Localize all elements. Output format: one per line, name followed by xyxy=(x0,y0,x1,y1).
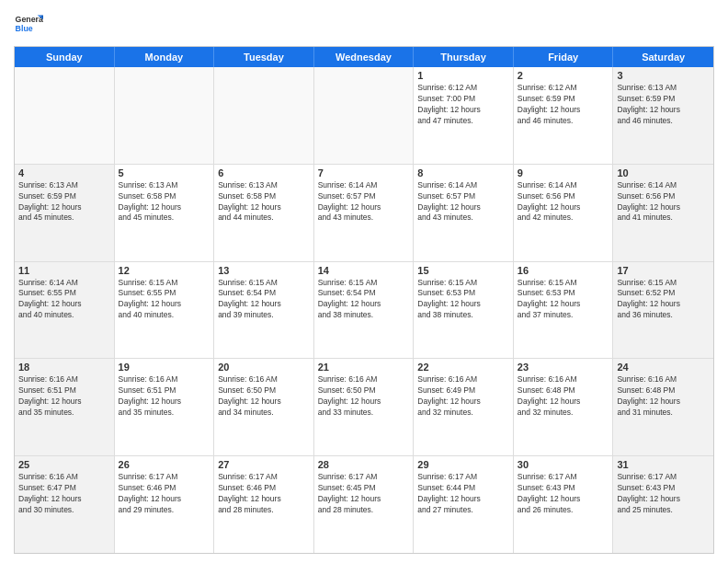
cell-content: Sunrise: 6:13 AMSunset: 6:58 PMDaylight:… xyxy=(218,180,310,224)
day-number: 29 xyxy=(417,459,509,470)
cell-content: Sunrise: 6:17 AMSunset: 6:43 PMDaylight:… xyxy=(617,472,710,516)
cell-content: Sunrise: 6:15 AMSunset: 6:52 PMDaylight:… xyxy=(617,278,710,322)
svg-text:Blue: Blue xyxy=(16,24,33,33)
cell-content: Sunrise: 6:16 AMSunset: 6:47 PMDaylight:… xyxy=(18,472,110,516)
day-cell-14: 14Sunrise: 6:15 AMSunset: 6:54 PMDayligh… xyxy=(314,262,415,359)
day-number: 15 xyxy=(417,265,509,276)
day-cell-2: 2Sunrise: 6:12 AMSunset: 6:59 PMDaylight… xyxy=(514,67,614,164)
calendar: SundayMondayTuesdayWednesdayThursdayFrid… xyxy=(14,46,714,554)
cell-content: Sunrise: 6:16 AMSunset: 6:51 PMDaylight:… xyxy=(18,374,110,419)
day-number: 9 xyxy=(518,167,609,178)
empty-cell xyxy=(314,67,415,164)
day-number: 27 xyxy=(218,459,310,470)
cell-content: Sunrise: 6:15 AMSunset: 6:53 PMDaylight:… xyxy=(417,278,509,322)
day-number: 23 xyxy=(518,362,609,373)
cell-content: Sunrise: 6:17 AMSunset: 6:46 PMDaylight:… xyxy=(119,472,210,516)
cell-content: Sunrise: 6:16 AMSunset: 6:49 PMDaylight:… xyxy=(417,374,509,419)
day-cell-6: 6Sunrise: 6:13 AMSunset: 6:58 PMDaylight… xyxy=(214,165,314,261)
cell-content: Sunrise: 6:16 AMSunset: 6:50 PMDaylight:… xyxy=(318,374,410,419)
day-number: 10 xyxy=(617,167,710,178)
day-cell-3: 3Sunrise: 6:13 AMSunset: 6:59 PMDaylight… xyxy=(613,67,713,164)
day-cell-4: 4Sunrise: 6:13 AMSunset: 6:59 PMDaylight… xyxy=(15,165,115,261)
day-cell-1: 1Sunrise: 6:12 AMSunset: 7:00 PMDaylight… xyxy=(414,67,514,164)
week-row-3: 11Sunrise: 6:14 AMSunset: 6:55 PMDayligh… xyxy=(15,262,713,360)
cell-content: Sunrise: 6:15 AMSunset: 6:54 PMDaylight:… xyxy=(318,278,410,322)
cell-content: Sunrise: 6:14 AMSunset: 6:56 PMDaylight:… xyxy=(518,180,609,224)
cell-content: Sunrise: 6:17 AMSunset: 6:44 PMDaylight:… xyxy=(417,472,509,516)
day-cell-9: 9Sunrise: 6:14 AMSunset: 6:56 PMDaylight… xyxy=(514,165,614,261)
day-cell-10: 10Sunrise: 6:14 AMSunset: 6:56 PMDayligh… xyxy=(613,165,713,261)
day-cell-25: 25Sunrise: 6:16 AMSunset: 6:47 PMDayligh… xyxy=(15,456,115,553)
day-number: 13 xyxy=(218,265,310,276)
page: General Blue SundayMondayTuesdayWednesda… xyxy=(0,0,728,563)
cell-content: Sunrise: 6:13 AMSunset: 6:59 PMDaylight:… xyxy=(18,180,110,224)
day-cell-7: 7Sunrise: 6:14 AMSunset: 6:57 PMDaylight… xyxy=(314,165,415,261)
cell-content: Sunrise: 6:12 AMSunset: 7:00 PMDaylight:… xyxy=(417,83,509,127)
day-number: 17 xyxy=(617,265,710,276)
day-number: 11 xyxy=(18,265,110,276)
day-cell-20: 20Sunrise: 6:16 AMSunset: 6:50 PMDayligh… xyxy=(214,359,314,455)
calendar-header: SundayMondayTuesdayWednesdayThursdayFrid… xyxy=(15,47,713,67)
empty-cell xyxy=(15,67,115,164)
week-row-1: 1Sunrise: 6:12 AMSunset: 7:00 PMDaylight… xyxy=(15,67,713,165)
day-number: 4 xyxy=(18,167,110,178)
header-day-friday: Friday xyxy=(514,47,614,67)
day-number: 7 xyxy=(318,167,410,178)
day-cell-24: 24Sunrise: 6:16 AMSunset: 6:48 PMDayligh… xyxy=(613,359,713,455)
day-number: 30 xyxy=(518,459,609,470)
day-cell-21: 21Sunrise: 6:16 AMSunset: 6:50 PMDayligh… xyxy=(314,359,415,455)
empty-cell xyxy=(115,67,215,164)
day-cell-8: 8Sunrise: 6:14 AMSunset: 6:57 PMDaylight… xyxy=(414,165,514,261)
cell-content: Sunrise: 6:17 AMSunset: 6:46 PMDaylight:… xyxy=(218,472,310,516)
cell-content: Sunrise: 6:16 AMSunset: 6:50 PMDaylight:… xyxy=(218,374,310,419)
day-cell-13: 13Sunrise: 6:15 AMSunset: 6:54 PMDayligh… xyxy=(214,262,314,359)
cell-content: Sunrise: 6:15 AMSunset: 6:53 PMDaylight:… xyxy=(518,278,609,322)
day-number: 25 xyxy=(18,459,110,470)
day-number: 8 xyxy=(417,167,509,178)
day-number: 21 xyxy=(318,362,410,373)
cell-content: Sunrise: 6:16 AMSunset: 6:51 PMDaylight:… xyxy=(119,374,210,419)
week-row-4: 18Sunrise: 6:16 AMSunset: 6:51 PMDayligh… xyxy=(15,359,713,456)
day-number: 22 xyxy=(417,362,509,373)
day-number: 26 xyxy=(119,459,210,470)
day-cell-27: 27Sunrise: 6:17 AMSunset: 6:46 PMDayligh… xyxy=(214,456,314,553)
day-cell-15: 15Sunrise: 6:15 AMSunset: 6:53 PMDayligh… xyxy=(414,262,514,359)
day-number: 2 xyxy=(518,70,609,81)
cell-content: Sunrise: 6:13 AMSunset: 6:59 PMDaylight:… xyxy=(617,83,710,127)
header-day-saturday: Saturday xyxy=(613,47,713,67)
day-number: 18 xyxy=(18,362,110,373)
day-cell-19: 19Sunrise: 6:16 AMSunset: 6:51 PMDayligh… xyxy=(115,359,215,455)
day-cell-12: 12Sunrise: 6:15 AMSunset: 6:55 PMDayligh… xyxy=(115,262,215,359)
day-number: 28 xyxy=(318,459,410,470)
day-cell-11: 11Sunrise: 6:14 AMSunset: 6:55 PMDayligh… xyxy=(15,262,115,359)
header-day-thursday: Thursday xyxy=(414,47,514,67)
calendar-body: 1Sunrise: 6:12 AMSunset: 7:00 PMDaylight… xyxy=(15,67,713,553)
cell-content: Sunrise: 6:14 AMSunset: 6:55 PMDaylight:… xyxy=(18,278,110,322)
week-row-2: 4Sunrise: 6:13 AMSunset: 6:59 PMDaylight… xyxy=(15,165,713,262)
day-number: 5 xyxy=(119,167,210,178)
header-day-monday: Monday xyxy=(115,47,215,67)
header-day-sunday: Sunday xyxy=(15,47,115,67)
cell-content: Sunrise: 6:15 AMSunset: 6:54 PMDaylight:… xyxy=(218,278,310,322)
logo: General Blue xyxy=(14,9,43,39)
day-cell-31: 31Sunrise: 6:17 AMSunset: 6:43 PMDayligh… xyxy=(613,456,713,553)
day-cell-16: 16Sunrise: 6:15 AMSunset: 6:53 PMDayligh… xyxy=(514,262,614,359)
day-cell-5: 5Sunrise: 6:13 AMSunset: 6:58 PMDaylight… xyxy=(115,165,215,261)
day-number: 14 xyxy=(318,265,410,276)
header-day-wednesday: Wednesday xyxy=(314,47,415,67)
day-number: 24 xyxy=(617,362,710,373)
day-cell-17: 17Sunrise: 6:15 AMSunset: 6:52 PMDayligh… xyxy=(613,262,713,359)
cell-content: Sunrise: 6:14 AMSunset: 6:57 PMDaylight:… xyxy=(417,180,509,224)
cell-content: Sunrise: 6:14 AMSunset: 6:56 PMDaylight:… xyxy=(617,180,710,224)
cell-content: Sunrise: 6:17 AMSunset: 6:43 PMDaylight:… xyxy=(518,472,609,516)
cell-content: Sunrise: 6:16 AMSunset: 6:48 PMDaylight:… xyxy=(617,374,710,419)
cell-content: Sunrise: 6:13 AMSunset: 6:58 PMDaylight:… xyxy=(119,180,210,224)
header: General Blue xyxy=(14,9,714,39)
day-number: 12 xyxy=(119,265,210,276)
week-row-5: 25Sunrise: 6:16 AMSunset: 6:47 PMDayligh… xyxy=(15,456,713,553)
cell-content: Sunrise: 6:17 AMSunset: 6:45 PMDaylight:… xyxy=(318,472,410,516)
cell-content: Sunrise: 6:15 AMSunset: 6:55 PMDaylight:… xyxy=(119,278,210,322)
cell-content: Sunrise: 6:12 AMSunset: 6:59 PMDaylight:… xyxy=(518,83,609,127)
day-cell-30: 30Sunrise: 6:17 AMSunset: 6:43 PMDayligh… xyxy=(514,456,614,553)
day-cell-29: 29Sunrise: 6:17 AMSunset: 6:44 PMDayligh… xyxy=(414,456,514,553)
